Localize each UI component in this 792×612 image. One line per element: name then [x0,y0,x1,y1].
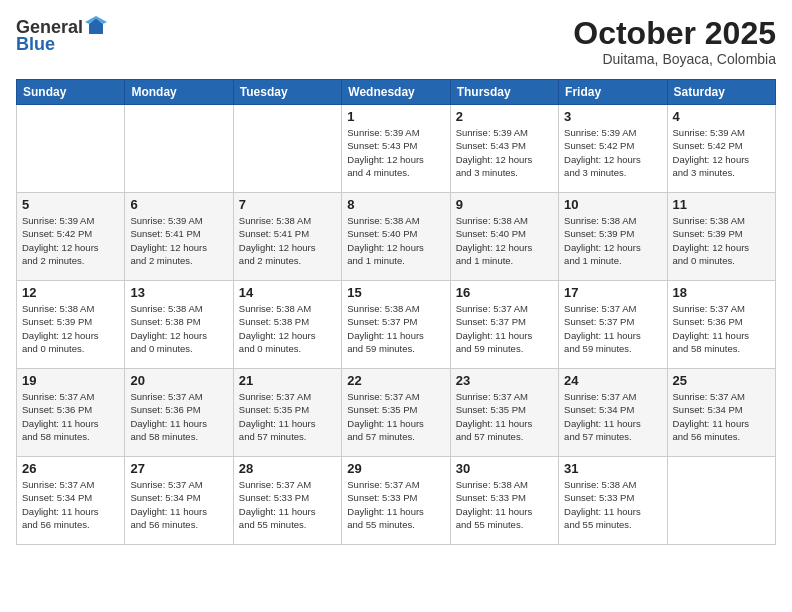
calendar-day-cell: 13Sunrise: 5:38 AM Sunset: 5:38 PM Dayli… [125,281,233,369]
day-info: Sunrise: 5:37 AM Sunset: 5:36 PM Dayligh… [130,390,227,443]
day-of-week-header: Tuesday [233,80,341,105]
day-number: 19 [22,373,119,388]
calendar-week-row: 19Sunrise: 5:37 AM Sunset: 5:36 PM Dayli… [17,369,776,457]
day-info: Sunrise: 5:39 AM Sunset: 5:43 PM Dayligh… [347,126,444,179]
day-number: 8 [347,197,444,212]
day-info: Sunrise: 5:38 AM Sunset: 5:38 PM Dayligh… [239,302,336,355]
calendar-day-cell: 7Sunrise: 5:38 AM Sunset: 5:41 PM Daylig… [233,193,341,281]
calendar-day-cell: 1Sunrise: 5:39 AM Sunset: 5:43 PM Daylig… [342,105,450,193]
calendar-day-cell: 22Sunrise: 5:37 AM Sunset: 5:35 PM Dayli… [342,369,450,457]
day-info: Sunrise: 5:38 AM Sunset: 5:40 PM Dayligh… [456,214,553,267]
day-number: 17 [564,285,661,300]
calendar-day-cell: 28Sunrise: 5:37 AM Sunset: 5:33 PM Dayli… [233,457,341,545]
day-of-week-header: Saturday [667,80,775,105]
day-info: Sunrise: 5:38 AM Sunset: 5:33 PM Dayligh… [564,478,661,531]
day-info: Sunrise: 5:37 AM Sunset: 5:35 PM Dayligh… [456,390,553,443]
day-info: Sunrise: 5:37 AM Sunset: 5:34 PM Dayligh… [130,478,227,531]
calendar-day-cell [233,105,341,193]
calendar-day-cell: 21Sunrise: 5:37 AM Sunset: 5:35 PM Dayli… [233,369,341,457]
day-info: Sunrise: 5:39 AM Sunset: 5:42 PM Dayligh… [673,126,770,179]
month-title: October 2025 [573,16,776,51]
day-number: 7 [239,197,336,212]
day-number: 23 [456,373,553,388]
day-info: Sunrise: 5:37 AM Sunset: 5:34 PM Dayligh… [22,478,119,531]
day-of-week-header: Friday [559,80,667,105]
calendar-week-row: 5Sunrise: 5:39 AM Sunset: 5:42 PM Daylig… [17,193,776,281]
calendar-table: SundayMondayTuesdayWednesdayThursdayFrid… [16,79,776,545]
calendar-day-cell: 23Sunrise: 5:37 AM Sunset: 5:35 PM Dayli… [450,369,558,457]
calendar-day-cell: 5Sunrise: 5:39 AM Sunset: 5:42 PM Daylig… [17,193,125,281]
day-info: Sunrise: 5:37 AM Sunset: 5:35 PM Dayligh… [239,390,336,443]
day-number: 2 [456,109,553,124]
day-number: 12 [22,285,119,300]
day-info: Sunrise: 5:37 AM Sunset: 5:34 PM Dayligh… [564,390,661,443]
calendar-day-cell: 4Sunrise: 5:39 AM Sunset: 5:42 PM Daylig… [667,105,775,193]
day-number: 3 [564,109,661,124]
day-number: 20 [130,373,227,388]
day-info: Sunrise: 5:37 AM Sunset: 5:37 PM Dayligh… [564,302,661,355]
logo-icon [85,16,107,38]
day-number: 31 [564,461,661,476]
calendar-day-cell: 29Sunrise: 5:37 AM Sunset: 5:33 PM Dayli… [342,457,450,545]
calendar-day-cell: 24Sunrise: 5:37 AM Sunset: 5:34 PM Dayli… [559,369,667,457]
calendar-day-cell: 15Sunrise: 5:38 AM Sunset: 5:37 PM Dayli… [342,281,450,369]
logo: General Blue [16,16,107,55]
day-of-week-header: Thursday [450,80,558,105]
calendar-day-cell: 20Sunrise: 5:37 AM Sunset: 5:36 PM Dayli… [125,369,233,457]
day-number: 22 [347,373,444,388]
calendar-day-cell [17,105,125,193]
calendar-day-cell [125,105,233,193]
day-info: Sunrise: 5:39 AM Sunset: 5:42 PM Dayligh… [22,214,119,267]
day-number: 4 [673,109,770,124]
calendar-week-row: 12Sunrise: 5:38 AM Sunset: 5:39 PM Dayli… [17,281,776,369]
day-info: Sunrise: 5:39 AM Sunset: 5:43 PM Dayligh… [456,126,553,179]
calendar-day-cell: 25Sunrise: 5:37 AM Sunset: 5:34 PM Dayli… [667,369,775,457]
calendar-week-row: 26Sunrise: 5:37 AM Sunset: 5:34 PM Dayli… [17,457,776,545]
calendar-day-cell: 26Sunrise: 5:37 AM Sunset: 5:34 PM Dayli… [17,457,125,545]
day-info: Sunrise: 5:37 AM Sunset: 5:36 PM Dayligh… [673,302,770,355]
day-info: Sunrise: 5:38 AM Sunset: 5:37 PM Dayligh… [347,302,444,355]
calendar-day-cell: 18Sunrise: 5:37 AM Sunset: 5:36 PM Dayli… [667,281,775,369]
day-info: Sunrise: 5:38 AM Sunset: 5:41 PM Dayligh… [239,214,336,267]
calendar-day-cell: 14Sunrise: 5:38 AM Sunset: 5:38 PM Dayli… [233,281,341,369]
day-of-week-header: Monday [125,80,233,105]
calendar-header-row: SundayMondayTuesdayWednesdayThursdayFrid… [17,80,776,105]
calendar-day-cell: 17Sunrise: 5:37 AM Sunset: 5:37 PM Dayli… [559,281,667,369]
day-number: 29 [347,461,444,476]
day-number: 14 [239,285,336,300]
day-number: 15 [347,285,444,300]
day-number: 16 [456,285,553,300]
header: General Blue October 2025 Duitama, Boyac… [16,16,776,67]
calendar-day-cell: 2Sunrise: 5:39 AM Sunset: 5:43 PM Daylig… [450,105,558,193]
day-number: 30 [456,461,553,476]
day-number: 6 [130,197,227,212]
calendar-day-cell: 12Sunrise: 5:38 AM Sunset: 5:39 PM Dayli… [17,281,125,369]
calendar-day-cell: 16Sunrise: 5:37 AM Sunset: 5:37 PM Dayli… [450,281,558,369]
day-info: Sunrise: 5:37 AM Sunset: 5:33 PM Dayligh… [239,478,336,531]
day-info: Sunrise: 5:38 AM Sunset: 5:39 PM Dayligh… [22,302,119,355]
day-number: 18 [673,285,770,300]
calendar-day-cell: 6Sunrise: 5:39 AM Sunset: 5:41 PM Daylig… [125,193,233,281]
calendar-day-cell: 30Sunrise: 5:38 AM Sunset: 5:33 PM Dayli… [450,457,558,545]
location-subtitle: Duitama, Boyaca, Colombia [573,51,776,67]
calendar-day-cell: 31Sunrise: 5:38 AM Sunset: 5:33 PM Dayli… [559,457,667,545]
day-info: Sunrise: 5:38 AM Sunset: 5:38 PM Dayligh… [130,302,227,355]
day-of-week-header: Sunday [17,80,125,105]
day-number: 28 [239,461,336,476]
day-number: 13 [130,285,227,300]
calendar-container: General Blue October 2025 Duitama, Boyac… [0,0,792,612]
day-info: Sunrise: 5:37 AM Sunset: 5:34 PM Dayligh… [673,390,770,443]
day-info: Sunrise: 5:37 AM Sunset: 5:33 PM Dayligh… [347,478,444,531]
day-number: 26 [22,461,119,476]
calendar-day-cell: 8Sunrise: 5:38 AM Sunset: 5:40 PM Daylig… [342,193,450,281]
day-info: Sunrise: 5:38 AM Sunset: 5:40 PM Dayligh… [347,214,444,267]
calendar-day-cell: 11Sunrise: 5:38 AM Sunset: 5:39 PM Dayli… [667,193,775,281]
day-number: 5 [22,197,119,212]
day-info: Sunrise: 5:37 AM Sunset: 5:36 PM Dayligh… [22,390,119,443]
day-info: Sunrise: 5:39 AM Sunset: 5:42 PM Dayligh… [564,126,661,179]
calendar-day-cell: 3Sunrise: 5:39 AM Sunset: 5:42 PM Daylig… [559,105,667,193]
day-number: 11 [673,197,770,212]
day-number: 25 [673,373,770,388]
day-number: 1 [347,109,444,124]
day-info: Sunrise: 5:37 AM Sunset: 5:35 PM Dayligh… [347,390,444,443]
